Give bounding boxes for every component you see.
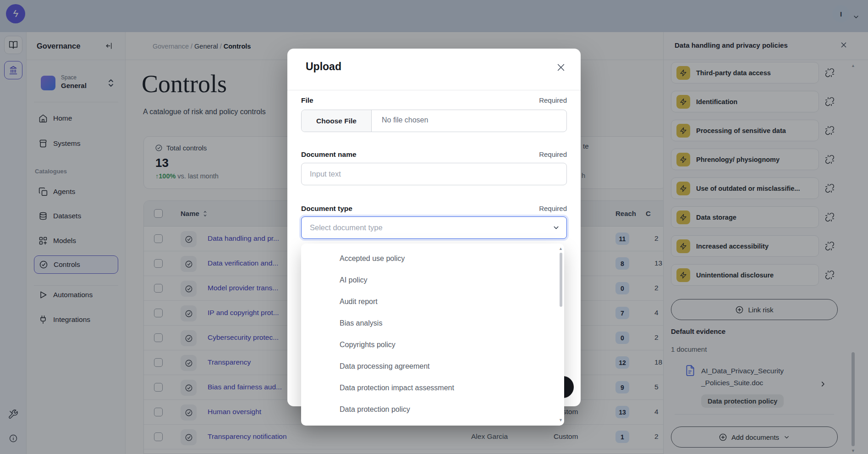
- dropdown-option[interactable]: AI policy: [301, 269, 558, 291]
- dropdown-scroll-down-icon[interactable]: ▼: [559, 418, 563, 422]
- document-type-dropdown: Accepted use policyAI policyAudit report…: [301, 244, 564, 426]
- document-name-input[interactable]: Input text: [301, 163, 567, 185]
- dropdown-option[interactable]: Data processing agreement: [301, 355, 558, 377]
- dropdown-option[interactable]: Data protection impact assessment: [301, 377, 558, 399]
- modal-title: Upload: [306, 61, 341, 73]
- dropdown-scrollbar-thumb[interactable]: [560, 253, 562, 307]
- document-name-required-hint: Required: [539, 150, 567, 158]
- select-chevron-down-icon: [552, 224, 560, 232]
- dropdown-option[interactable]: Data protection policy: [301, 399, 558, 420]
- dropdown-option[interactable]: Audit report: [301, 291, 558, 312]
- dropdown-scroll-up-icon[interactable]: ▲: [559, 246, 563, 251]
- document-type-required-hint: Required: [539, 205, 567, 212]
- file-required-hint: Required: [539, 96, 567, 104]
- divider: [287, 90, 581, 90]
- file-label: File: [301, 96, 313, 105]
- dropdown-option[interactable]: Copyrights policy: [301, 334, 558, 355]
- document-type-select[interactable]: Select document type: [301, 216, 567, 239]
- dropdown-option[interactable]: Accepted use policy: [301, 248, 558, 269]
- dropdown-option[interactable]: Bias analysis: [301, 312, 558, 334]
- document-type-label: Document type: [301, 205, 352, 213]
- modal-close-icon[interactable]: [556, 62, 566, 72]
- select-placeholder: Select document type: [310, 223, 383, 232]
- document-name-label: Document name: [301, 150, 357, 159]
- file-input[interactable]: Choose File No file chosen: [301, 110, 567, 132]
- file-status-text: No file chosen: [382, 116, 428, 124]
- choose-file-button[interactable]: Choose File: [302, 110, 372, 132]
